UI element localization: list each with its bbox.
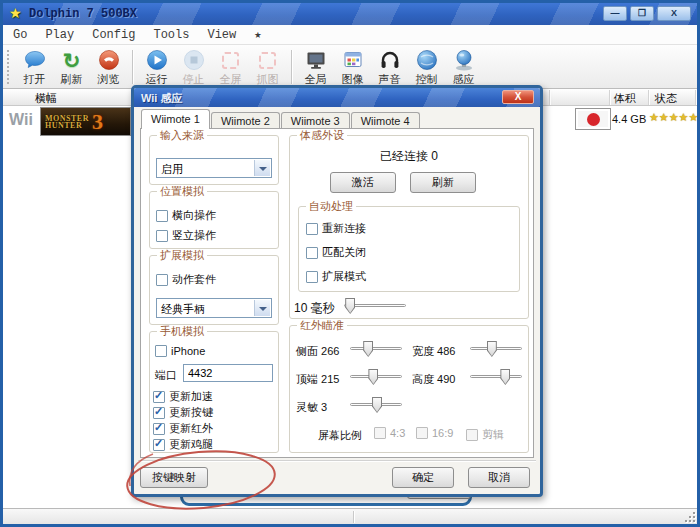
menu-go[interactable]: Go [13,28,27,42]
group-auto-handling: 自动处理 重新连接 匹配关闭 扩展模式 [298,206,520,292]
checkbox-update-accel[interactable]: 更新加速 [153,389,213,404]
column-header-status[interactable]: 状态 [655,91,677,106]
tab-wiimote-3[interactable]: Wiimote 3 [281,112,350,129]
ir-top-slider[interactable] [350,369,402,385]
checkbox-extension-mode[interactable]: 扩展模式 [306,269,366,284]
delay-slider[interactable] [344,298,406,314]
ir-top-label: 顶端 215 [296,372,339,387]
port-input[interactable] [183,364,273,382]
slider-thumb[interactable] [500,369,510,385]
dialog-titlebar-gloss [134,88,540,107]
checkbox-reconnect[interactable]: 重新连接 [306,221,366,236]
slider-thumb[interactable] [345,298,355,314]
ir-sensitivity-slider[interactable] [350,397,402,413]
column-header-banner[interactable]: 横幅 [35,91,57,106]
checkbox-box [306,223,318,235]
menu-tools[interactable]: Tools [153,28,189,42]
checkbox-update-buttons[interactable]: 更新按键 [153,405,213,420]
japan-flag-icon [575,108,611,130]
menu-play[interactable]: Play [45,28,74,42]
cancel-button[interactable]: 取消 [468,467,530,488]
wiimote-config-dialog: Wii 感应 X Wiimote 1 Wiimote 2 Wiimote 3 W… [131,85,543,497]
app-star-icon: ★ [9,6,22,21]
chevron-down-icon [259,167,267,171]
key-mapping-button[interactable]: 按键映射 [140,467,208,488]
ir-height-label: 高度 490 [412,372,455,387]
checkbox-sideways[interactable]: 横向操作 [156,208,216,223]
ir-sensitivity-label: 灵敏 3 [296,400,327,415]
column-separator [609,90,610,105]
column-separator [695,90,696,105]
dialog-titlebar[interactable]: Wii 感应 X [134,88,540,107]
menu-star[interactable]: ★ [254,27,261,42]
tab-wiimote-4[interactable]: Wiimote 4 [351,112,420,129]
checkbox-box [153,439,165,451]
checkbox-box [156,274,168,286]
statusbar-separator [353,511,354,523]
checkbox-box [153,391,165,403]
dialog-close-button[interactable]: X [502,90,534,104]
ir-left-label: 侧面 266 [296,344,339,359]
fullscreen-button: 全屏 [212,46,249,88]
menu-config[interactable]: Config [92,28,135,42]
ir-left-slider[interactable] [350,341,402,357]
tab-wiimote-2[interactable]: Wiimote 2 [211,112,280,129]
checkbox-pair-off[interactable]: 匹配关闭 [306,245,366,260]
graphics-icon [341,48,365,72]
ir-width-slider[interactable] [470,341,522,357]
checkbox-box [306,271,318,283]
play-icon [145,48,169,72]
column-header-size[interactable]: 体积 [614,91,636,106]
run-button[interactable]: 运行 [138,46,175,88]
checkbox-iphone[interactable]: iPhone [155,345,205,357]
checkbox-update-ir[interactable]: 更新红外 [153,421,213,436]
tab-wiimote-1[interactable]: Wiimote 1 [141,109,210,129]
slider-thumb[interactable] [363,341,373,357]
group-title: 自动处理 [306,200,356,213]
toolbar-grip[interactable] [7,50,10,84]
audio-button[interactable]: 声音 [371,46,408,88]
controllers-button[interactable]: 控制 [408,46,445,88]
checkbox-box [153,407,165,419]
checkbox-update-nunchuk[interactable]: 更新鸡腿 [153,437,213,452]
group-ir-pointer: 红外瞄准 侧面 266 宽度 486 顶端 [289,325,529,453]
sensor-orb-icon [452,48,476,72]
minimize-button[interactable]: — [603,6,627,21]
refresh-wiimote-button[interactable]: 刷新 [410,172,476,193]
extension-dropdown[interactable]: 经典手柄 [156,298,272,318]
checkbox-box [155,345,167,357]
browse-button[interactable]: 浏览 [90,46,127,88]
checkbox-upright[interactable]: 竖立操作 [156,228,216,243]
slider-thumb[interactable] [368,369,378,385]
slider-thumb[interactable] [487,341,497,357]
config-button[interactable]: 全局 [297,46,334,88]
maximize-button[interactable]: ❐ [630,6,654,21]
toolbar-separator [291,50,292,84]
window-title: Dolphin 7 500BX [29,7,137,21]
menu-view[interactable]: View [207,28,236,42]
graphics-button[interactable]: 图像 [334,46,371,88]
screenshot-icon [256,48,280,72]
dropdown-button[interactable] [254,300,270,316]
ok-button[interactable]: 确定 [392,467,454,488]
close-button[interactable]: X [657,6,691,21]
dropdown-button[interactable] [254,160,270,176]
delay-label: 10 毫秒 [294,300,335,317]
checkbox-motion-kit[interactable]: 动作套件 [156,272,216,287]
slider-thumb[interactable] [372,397,382,413]
banner-title: MONSTER HUNTER [45,115,89,129]
ir-height-slider[interactable] [470,369,522,385]
refresh-button[interactable]: ↻ 刷新 [53,46,90,88]
game-banner[interactable]: MONSTER HUNTER 3 [40,107,131,136]
wiimote-button[interactable]: 感应 [445,46,482,88]
resize-grip[interactable] [685,512,695,522]
speech-bubble-icon [23,48,47,72]
activate-button[interactable]: 激活 [330,172,396,193]
input-source-dropdown[interactable]: 启用 [156,158,272,178]
screen-ratio-label: 屏幕比例 [318,428,362,443]
chevron-down-icon [259,307,267,311]
stop-icon [182,48,206,72]
dialog-title: Wii 感应 [141,91,182,106]
window-titlebar[interactable]: ★ Dolphin 7 500BX — ❐ X [3,3,697,25]
open-button[interactable]: 打开 [16,46,53,88]
